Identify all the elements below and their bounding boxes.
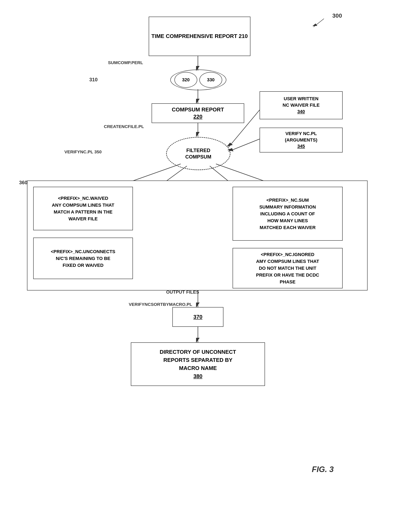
sumcomp-label: SUMCOMP.PERL xyxy=(108,60,143,65)
node-370-box: 370 xyxy=(172,307,223,327)
svg-line-13 xyxy=(314,19,324,27)
time-comprehensive-report-box: TIME COMPREHENSIVE REPORT 210 xyxy=(149,17,250,56)
node-310-label: 310 xyxy=(89,77,98,83)
createnc-label: CREATENCFILE.PL xyxy=(104,124,144,129)
user-written-box: USER WRITTENNC WAIVER FILE340 xyxy=(260,91,343,119)
directory-box: DIRECTORY OF UNCONNECTREPORTS SEPARATED … xyxy=(131,342,265,386)
verifync-label: VERIFYNC.PL 350 xyxy=(64,149,102,154)
ellipse-320: 320 xyxy=(175,72,197,88)
fig-3-label: FIG. 3 xyxy=(312,465,334,474)
ellipse-330: 330 xyxy=(199,72,222,88)
output-files-label: OUTPUT FILES xyxy=(166,289,199,295)
ref-300: 300 xyxy=(332,12,342,19)
prefix-unconnects-box: <PREFIX>_NC.UNCONNECTSN/C'S REMAINING TO… xyxy=(33,238,133,279)
double-ellipse: 320 330 xyxy=(170,69,226,90)
filtered-compsum-ellipse: FILTEREDCOMPSUM xyxy=(166,137,231,170)
compsum-report-box: COMPSUM REPORT220 xyxy=(151,103,244,123)
svg-line-6 xyxy=(228,139,260,151)
node-360-label: 360 xyxy=(19,180,27,185)
verifyncsort-label: VERIFYNCSORTBYMACRO.PL xyxy=(129,302,192,307)
prefix-sum-box: <PREFIX>_NC.SUMSUMMARY INFORMATIONINCLUD… xyxy=(233,187,343,241)
prefix-waived-box: <PREFIX>_NC.WAIVEDANY COMPSUM LINES THAT… xyxy=(33,187,133,230)
diagram-container: 300 TIME COMPREHENSIVE REPORT 210 SUMCOM… xyxy=(0,0,396,532)
verify-nc-box: VERIFY NC.PL(ARGUMENTS)345 xyxy=(260,128,343,153)
prefix-ignored-box: <PREFIX>_NC.IGNOREDAMY COMPSUM LINES THA… xyxy=(233,248,343,288)
